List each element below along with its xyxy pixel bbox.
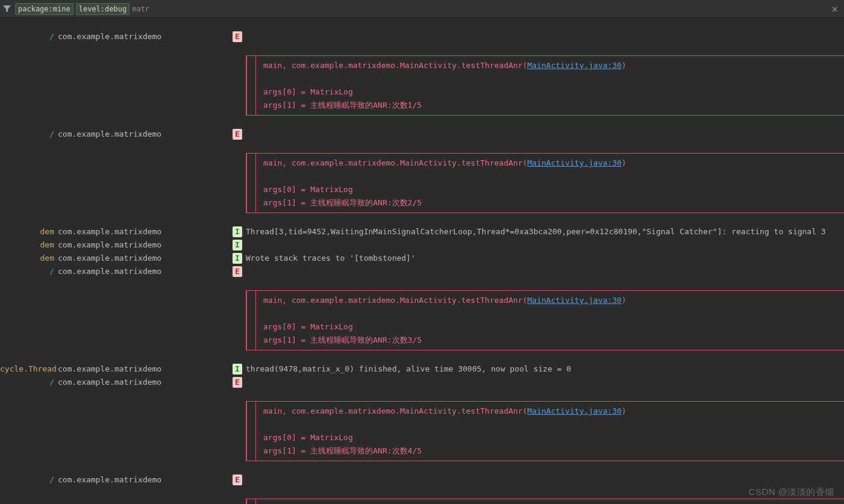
stack-trace-block: main, com.example.matrixdemo.MainActivit… [246, 401, 844, 461]
trace-arg0: args[0] = MatrixLog [263, 183, 844, 196]
log-message: Thread[3,tid=9452,WaitingInMainSignalCat… [246, 225, 844, 238]
trace-arg1: args[1] = 主线程睡眠导致的ANR:次数4/5 [263, 444, 844, 458]
source-link[interactable]: MainActivity.java:30 [527, 158, 622, 167]
trace-arg0: args[0] = MatrixLog [263, 86, 844, 99]
log-row: /com.example.matrixdemoE [0, 473, 844, 487]
log-message: Wrote stack traces to '[tombstoned]' [246, 252, 844, 265]
log-row: /com.example.matrixdemoE [0, 376, 844, 389]
log-tag: / [0, 30, 58, 43]
log-tag: dem [0, 252, 58, 265]
log-row: demcom.example.matrixdemoIWrote stack tr… [0, 252, 844, 265]
log-level-badge: I [233, 253, 242, 264]
log-package: com.example.matrixdemo [58, 30, 233, 43]
log-package: com.example.matrixdemo [58, 265, 233, 278]
log-package: com.example.matrixdemo [58, 238, 233, 252]
log-row: cycle.Threadcom.example.matrixdemoIthrea… [0, 362, 844, 376]
log-package: com.example.matrixdemo [58, 252, 233, 265]
stack-trace-block: main, com.example.matrixdemo.MainActivit… [246, 290, 844, 350]
logcat-output[interactable]: /com.example.matrixdemoEmain, com.exampl… [0, 18, 844, 504]
log-package: com.example.matrixdemo [58, 376, 233, 389]
trace-method-line: main, com.example.matrixdemo.MainActivit… [263, 405, 844, 418]
source-link[interactable]: MainActivity.java:30 [527, 406, 622, 415]
log-level-badge: I [233, 226, 242, 237]
log-tag: / [0, 265, 58, 278]
log-level-badge: E [233, 31, 242, 42]
log-row: /com.example.matrixdemoE [0, 128, 844, 141]
log-package: com.example.matrixdemo [58, 225, 233, 238]
log-tag: cycle.Thread [0, 362, 58, 376]
trace-arg1: args[1] = 主线程睡眠导致的ANR:次数3/5 [263, 334, 844, 347]
filter-chip-package[interactable]: package:mine [15, 3, 73, 15]
stack-trace-block: main, com.example.matrixdemo.MainActivit… [246, 55, 844, 116]
source-link[interactable]: MainActivity.java:30 [527, 296, 622, 305]
log-row: /com.example.matrixdemoE [0, 265, 844, 278]
filter-free-text[interactable]: matr [132, 5, 149, 13]
log-level-badge: E [233, 266, 242, 277]
filter-icon[interactable] [2, 4, 11, 13]
stack-trace-block: main, com.example.matrixdemo.MainActivit… [246, 499, 844, 504]
trace-arg0: args[0] = MatrixLog [263, 320, 844, 334]
log-tag: / [0, 376, 58, 389]
filter-chip-level[interactable]: level:debug [76, 3, 130, 15]
log-level-badge: E [233, 377, 242, 388]
trace-method-line: main, com.example.matrixdemo.MainActivit… [263, 157, 844, 170]
trace-arg1: args[1] = 主线程睡眠导致的ANR:次数2/5 [263, 196, 844, 210]
close-icon[interactable]: × [828, 4, 842, 14]
log-row: demcom.example.matrixdemoI [0, 238, 844, 252]
trace-method-line: main, com.example.matrixdemo.MainActivit… [263, 294, 844, 307]
log-tag: dem [0, 225, 58, 238]
source-link[interactable]: MainActivity.java:30 [527, 61, 622, 70]
logcat-filter-bar: package:mine level:debug matr × [0, 0, 844, 18]
log-level-badge: I [233, 364, 242, 375]
log-package: com.example.matrixdemo [58, 128, 233, 141]
log-level-badge: E [233, 474, 242, 485]
trace-arg1: args[1] = 主线程睡眠导致的ANR:次数1/5 [263, 99, 844, 112]
trace-arg0: args[0] = MatrixLog [263, 431, 844, 444]
log-level-badge: I [233, 240, 242, 250]
log-level-badge: E [233, 129, 242, 140]
log-message: thread(9478,matrix_x_0) finished, alive … [246, 362, 844, 376]
stack-trace-block: main, com.example.matrixdemo.MainActivit… [246, 153, 844, 213]
filter-chips[interactable]: package:mine level:debug matr [15, 3, 149, 15]
log-tag: dem [0, 238, 58, 252]
log-tag: / [0, 473, 58, 487]
trace-method-line: main, com.example.matrixdemo.MainActivit… [263, 59, 844, 72]
log-package: com.example.matrixdemo [58, 473, 233, 487]
log-row: /com.example.matrixdemoE [0, 30, 844, 43]
log-package: com.example.matrixdemo [58, 362, 233, 376]
log-row: demcom.example.matrixdemoIThread[3,tid=9… [0, 225, 844, 238]
log-tag: / [0, 128, 58, 141]
